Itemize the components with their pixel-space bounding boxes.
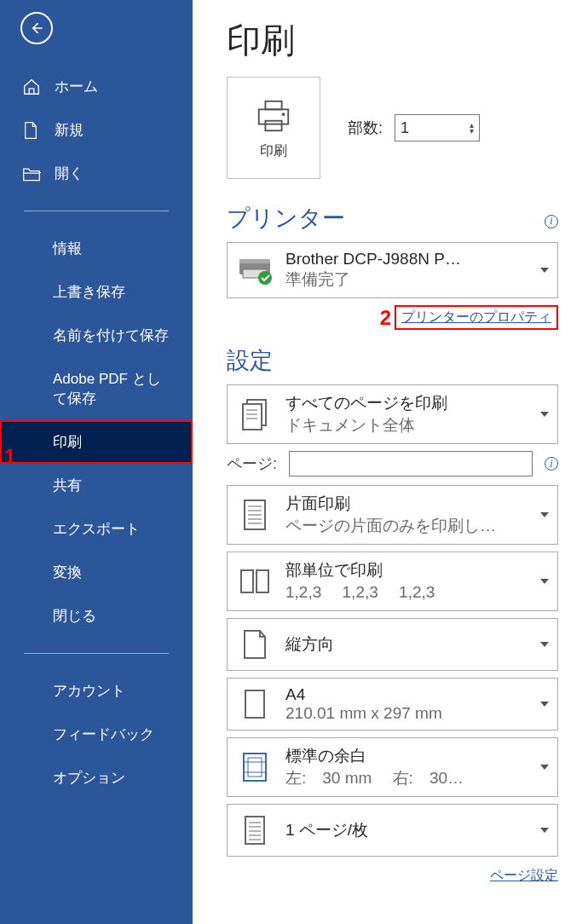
copies-spinner[interactable]: 1 ▴▾ [395, 114, 480, 141]
dd-sub: ドキュメント全体 [285, 414, 528, 436]
printer-props-row: 2 プリンターのプロパティ [227, 305, 558, 330]
sidebar-label: オプション [53, 768, 125, 788]
svg-rect-21 [245, 690, 264, 718]
sidebar-label: 閉じる [53, 606, 96, 626]
sidebar-item-options[interactable]: オプション [0, 756, 193, 800]
chevron-down-icon [540, 702, 549, 707]
dd-title: 縦方向 [285, 633, 528, 655]
printer-dropdown[interactable]: Brother DCP-J988N P… 準備完了 [227, 242, 558, 298]
sidebar-item-adobepdf[interactable]: Adobe PDF として保存 [0, 357, 193, 420]
pages-icon [236, 396, 274, 433]
setting-collate[interactable]: 部単位で印刷 1,2,3 1,2,3 1,2,3 [227, 552, 558, 611]
pages-row: ページ: i [227, 451, 558, 476]
chevron-down-icon [540, 579, 549, 584]
sidebar-item-home[interactable]: ホーム [0, 65, 193, 108]
portrait-icon [236, 626, 274, 663]
arrow-left-icon [28, 20, 45, 37]
print-button[interactable]: 印刷 [227, 77, 320, 179]
pages-input[interactable] [289, 451, 533, 476]
section-title-printer: プリンター [227, 203, 345, 234]
open-folder-icon [22, 165, 44, 182]
one-sided-icon [236, 496, 274, 534]
printer-section-head: プリンター i [227, 200, 558, 242]
sidebar-item-close[interactable]: 閉じる [0, 594, 193, 638]
sheet-icon [236, 811, 274, 849]
chevron-down-icon [540, 642, 549, 647]
svg-rect-5 [239, 259, 270, 263]
main-content: 印刷 印刷 部数: 1 ▴▾ プリンター i [193, 0, 588, 924]
sidebar-item-new[interactable]: 新規 [0, 108, 193, 152]
annotation-2: 2 [380, 306, 391, 330]
chevron-down-icon [540, 828, 549, 833]
setting-margins[interactable]: 標準の余白 左: 30 mm 右: 30… [227, 737, 558, 797]
sidebar-label: 変換 [53, 563, 82, 582]
svg-rect-19 [241, 570, 253, 592]
sidebar: ホーム 新規 開く 情報 上書き保存 名前を付けて保存 Adobe PDF とし… [0, 0, 193, 924]
svg-rect-20 [257, 570, 268, 592]
chevron-down-icon [540, 512, 549, 517]
setting-pages-per-sheet[interactable]: 1 ページ/枚 [227, 804, 558, 857]
pages-label: ページ: [227, 453, 277, 474]
sidebar-label: 開く [55, 164, 84, 183]
annotation-box-2: プリンターのプロパティ [395, 305, 558, 330]
dd-sub: 1,2,3 1,2,3 1,2,3 [285, 581, 528, 603]
sidebar-item-convert[interactable]: 変換 [0, 551, 193, 594]
sidebar-label: 新規 [55, 120, 84, 140]
sidebar-label: 名前を付けて保存 [53, 326, 169, 345]
setting-one-sided[interactable]: 片面印刷 ページの片面のみを印刷し… [227, 485, 558, 545]
sidebar-label: 上書き保存 [53, 282, 125, 302]
sidebar-item-feedback[interactable]: フィードバック [0, 713, 193, 756]
collate-icon [236, 563, 274, 600]
setting-print-range[interactable]: すべてのページを印刷 ドキュメント全体 [227, 384, 558, 444]
svg-rect-9 [243, 404, 262, 430]
page-setup-link[interactable]: ページ設定 [490, 868, 558, 882]
dd-sub: 210.01 mm x 297 mm [285, 704, 528, 723]
chevron-down-icon [540, 268, 549, 273]
section-title-settings: 設定 [227, 345, 558, 376]
sidebar-item-export[interactable]: エクスポート [0, 507, 193, 551]
divider [24, 653, 169, 654]
printer-name: Brother DCP-J988N P… [285, 250, 528, 269]
annotation-1: 1 [4, 445, 15, 469]
info-icon[interactable]: i [545, 457, 558, 471]
copies-label: 部数: [348, 118, 383, 138]
svg-rect-23 [248, 758, 262, 777]
printer-properties-link[interactable]: プリンターのプロパティ [401, 309, 551, 324]
sidebar-label: ホーム [55, 77, 98, 96]
sidebar-label: 共有 [53, 476, 82, 495]
copies-control: 部数: 1 ▴▾ [348, 114, 480, 141]
back-button[interactable] [20, 12, 53, 44]
svg-point-7 [258, 271, 272, 285]
sidebar-item-print[interactable]: 印刷 [0, 420, 193, 464]
printer-icon [254, 96, 293, 136]
sidebar-label: フィードバック [53, 725, 154, 744]
svg-rect-2 [265, 120, 281, 130]
sidebar-item-info[interactable]: 情報 [0, 227, 193, 270]
divider [24, 211, 169, 211]
home-icon [22, 78, 44, 96]
printer-status: 準備完了 [285, 269, 528, 291]
footer-link-row: ページ設定 [227, 867, 558, 885]
margins-icon [236, 748, 274, 786]
sidebar-item-open[interactable]: 開く [0, 152, 193, 195]
dd-title: A4 [285, 685, 528, 704]
svg-rect-0 [259, 109, 289, 124]
svg-rect-1 [265, 101, 281, 109]
dd-sub: 左: 30 mm 右: 30… [285, 767, 528, 789]
dd-title: 標準の余白 [285, 745, 528, 767]
sidebar-item-save[interactable]: 上書き保存 [0, 270, 193, 314]
dd-title: 1 ページ/枚 [285, 819, 528, 841]
spin-buttons[interactable]: ▴▾ [470, 122, 474, 134]
sidebar-item-account[interactable]: アカウント [0, 669, 193, 713]
setting-paper-size[interactable]: A4 210.01 mm x 297 mm [227, 678, 558, 731]
dd-title: すべてのページを印刷 [285, 392, 528, 414]
print-action-row: 印刷 部数: 1 ▴▾ [227, 77, 558, 179]
chevron-down-icon[interactable]: ▾ [470, 128, 474, 134]
sidebar-item-saveas[interactable]: 名前を付けて保存 [0, 314, 193, 357]
sidebar-label: アカウント [53, 681, 125, 701]
new-doc-icon [22, 121, 44, 140]
sidebar-item-share[interactable]: 共有 [0, 464, 193, 507]
sidebar-label: 情報 [53, 239, 82, 258]
setting-orientation[interactable]: 縦方向 [227, 618, 558, 671]
info-icon[interactable]: i [545, 215, 558, 228]
